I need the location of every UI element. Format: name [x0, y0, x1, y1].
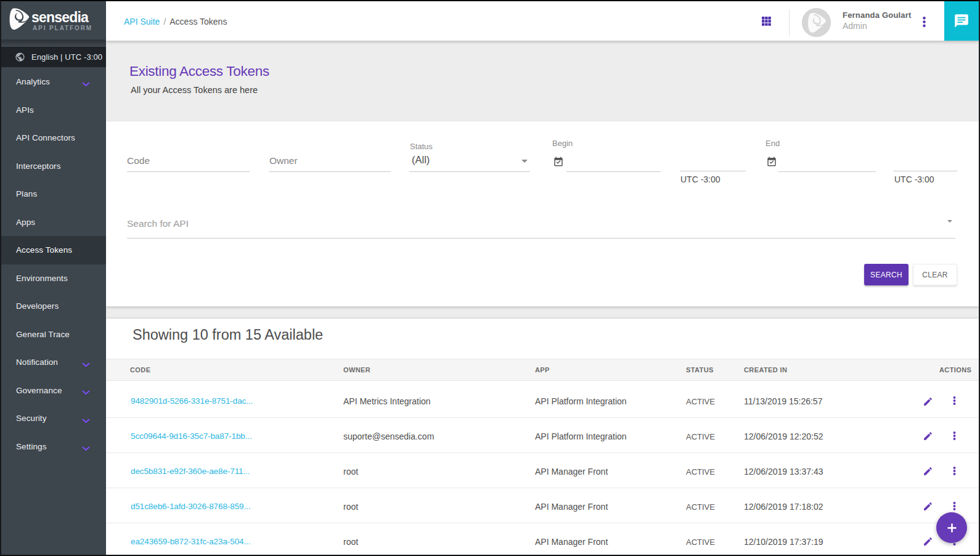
svg-text:sensedia: sensedia [31, 9, 89, 25]
svg-text:API PLATFORM: API PLATFORM [33, 25, 92, 31]
